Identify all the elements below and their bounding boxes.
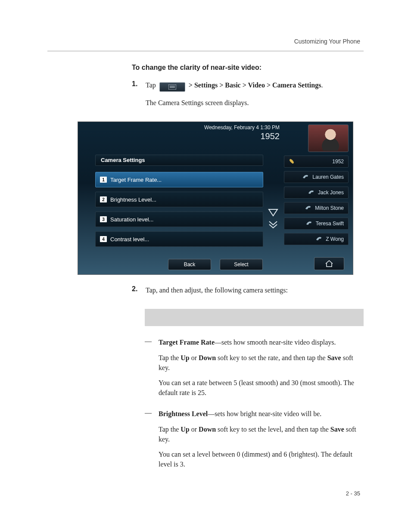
step-1: 1. Tap > — [132, 80, 364, 114]
step-2-text: Tap, and then adjust, the following came… — [146, 285, 364, 295]
handset-icon — [302, 174, 309, 180]
b1-line1: Target Frame Rate—sets how smooth near-s… — [159, 337, 364, 347]
sep: > — [189, 81, 194, 89]
handset-icon — [305, 220, 312, 227]
statusbar: Wednesday, February 4 1:30 PM 1952 — [204, 124, 280, 141]
path-basic: Basic — [225, 81, 240, 89]
item-label: Contrast level... — [110, 236, 149, 243]
header-rule — [47, 51, 364, 51]
key-down: Down — [199, 354, 216, 361]
settings-list: 1 Target Frame Rate... 2 Brightness Leve… — [95, 172, 263, 251]
b2-line1: Brightness Level—sets how bright near-si… — [159, 409, 364, 419]
handset-icon — [308, 189, 314, 196]
step-1-lead: Tap — [146, 81, 156, 89]
b1-line3: You can set a rate between 5 (least smoo… — [159, 378, 364, 398]
key-up: Up — [181, 426, 189, 433]
scroll-arrows[interactable] — [268, 208, 279, 230]
b1-title: Target Frame Rate — [159, 339, 215, 346]
b1-line2: Tap the Up or Down soft key to set the r… — [159, 353, 364, 373]
chevron-down-icon[interactable] — [268, 208, 279, 218]
sidebar-contact[interactable]: Z Wong — [284, 233, 349, 245]
handset-icon — [315, 236, 322, 243]
b1-desc: —sets how smooth near-site video display… — [215, 339, 336, 346]
step-1-follow: The Camera Settings screen displays. — [146, 98, 364, 108]
contact-name: Jack Jones — [318, 190, 344, 196]
sidebar: 1952 Lauren Gates Jack Jones Milton Ston… — [284, 124, 349, 245]
dash-bullet: — — [145, 337, 152, 403]
menu-icon — [159, 82, 185, 92]
item-index-badge: 2 — [100, 196, 107, 202]
back-button[interactable]: Back — [168, 259, 211, 270]
txt: soft key to set the level, and then tap … — [216, 426, 330, 433]
item-index-badge: 4 — [100, 236, 107, 242]
txt: or — [190, 426, 199, 433]
step-1-line: Tap > Settings > Basic > Video > Camera … — [146, 80, 364, 92]
settings-sublist: — Target Frame Rate—sets how smooth near… — [145, 337, 364, 474]
txt: soft key to set the rate, and then tap t… — [216, 354, 327, 361]
handset-icon — [305, 205, 311, 212]
step-2: 2. Tap, and then adjust, the following c… — [132, 285, 364, 301]
list-item-saturation-level[interactable]: 3 Saturation level... — [95, 212, 263, 227]
double-chevron-down-icon[interactable] — [268, 220, 279, 230]
b2-line3: You can set a level between 0 (dimmest) … — [159, 449, 364, 469]
key-up: Up — [181, 354, 189, 361]
svg-rect-0 — [168, 84, 176, 90]
list-item-target-frame-rate[interactable]: 1 Target Frame Rate... — [95, 172, 263, 187]
avatar — [308, 124, 349, 152]
path-settings: Settings — [194, 81, 218, 89]
key-save: Save — [330, 426, 344, 433]
sidebar-contact[interactable]: Jack Jones — [284, 187, 349, 199]
section-heading: To change the clarity of near-site video… — [132, 64, 364, 72]
contact-name: Teresa Swift — [316, 221, 344, 227]
page: Customizing Your Phone To change the cla… — [0, 0, 411, 532]
home-icon — [325, 260, 333, 268]
item-label: Target Frame Rate... — [110, 177, 162, 183]
path-camera-settings: Camera Settings — [272, 81, 321, 89]
item-index-badge: 1 — [100, 177, 107, 183]
note-band — [145, 309, 364, 326]
select-button[interactable]: Select — [220, 259, 263, 270]
sidebar-contact[interactable]: Lauren Gates — [284, 171, 349, 183]
contact-name: Z Wong — [326, 236, 344, 242]
screen-title: Camera Settings — [95, 155, 263, 166]
page-number: 2 - 35 — [346, 490, 360, 497]
key-down: Down — [199, 426, 216, 433]
item-index-badge: 3 — [100, 216, 107, 222]
sublist-item-brightness-level: — Brightness Level—sets how bright near-… — [145, 409, 364, 474]
sidebar-extension[interactable]: 1952 — [284, 156, 349, 168]
sublist-item-target-frame-rate: — Target Frame Rate—sets how smooth near… — [145, 337, 364, 403]
phone-icon — [289, 158, 296, 165]
sidebar-contact[interactable]: Teresa Swift — [284, 218, 349, 230]
status-extension: 1952 — [204, 131, 280, 141]
txt: Tap the — [159, 426, 181, 433]
txt: Tap the — [159, 354, 181, 361]
list-item-contrast-level[interactable]: 4 Contrast level... — [95, 231, 263, 247]
b2-title: Brightness Level — [159, 410, 208, 417]
contact-name: Lauren Gates — [312, 174, 344, 180]
running-header: Customizing Your Phone — [294, 38, 360, 45]
content: To change the clarity of near-site video… — [47, 64, 364, 480]
contact-name: Milton Stone — [315, 205, 344, 211]
b2-line2: Tap the Up or Down soft key to set the l… — [159, 424, 364, 444]
path-video: Video — [248, 81, 265, 89]
softkey-bar: Back Select — [78, 259, 353, 270]
txt: or — [190, 354, 199, 361]
sidebar-ext-label: 1952 — [332, 159, 344, 165]
step-list: 1. Tap > — [132, 80, 364, 114]
dash-bullet: — — [145, 409, 152, 474]
svg-marker-3 — [269, 209, 277, 216]
list-item-brightness-level[interactable]: 2 Brightness Level... — [95, 192, 263, 207]
sidebar-contact[interactable]: Milton Stone — [284, 202, 349, 214]
item-label: Brightness Level... — [110, 196, 156, 203]
device-screenshot: Wednesday, February 4 1:30 PM 1952 Camer… — [78, 121, 353, 275]
step-number: 1. — [132, 80, 140, 88]
home-button[interactable] — [314, 257, 344, 270]
key-save: Save — [327, 354, 341, 361]
item-label: Saturation level... — [110, 216, 153, 223]
step-number: 2. — [132, 285, 140, 293]
status-date: Wednesday, February 4 1:30 PM — [204, 124, 280, 131]
b2-desc: —sets how bright near-site video will be… — [208, 410, 321, 417]
step-list-2: 2. Tap, and then adjust, the following c… — [132, 285, 364, 301]
menu-path: > Settings > Basic > Video > Camera Sett… — [189, 81, 321, 89]
